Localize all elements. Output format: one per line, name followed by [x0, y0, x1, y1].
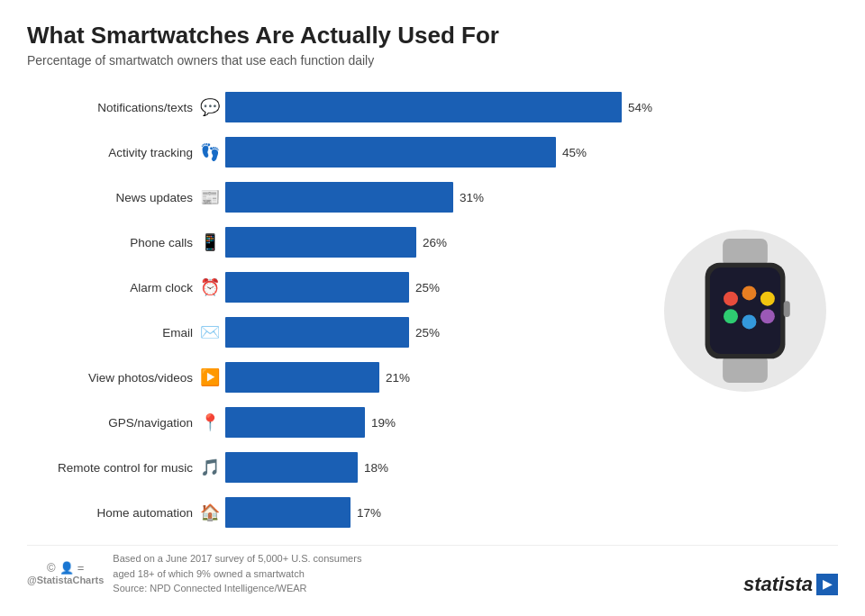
- bar-label: Notifications/texts: [97, 101, 193, 114]
- bar-row: Notifications/texts💬54%: [27, 86, 652, 129]
- bar-row: View photos/videos▶️21%: [27, 356, 652, 399]
- footer-note: Based on a June 2017 survey of 5,000+ U.…: [113, 551, 361, 596]
- bar-icon: 👣: [200, 142, 220, 162]
- bar-percentage: 17%: [357, 506, 381, 520]
- bar-label-area: View photos/videos▶️: [27, 367, 225, 387]
- bar-fill: [225, 362, 379, 393]
- chart-area: Notifications/texts💬54%Activity tracking…: [27, 86, 838, 536]
- svg-rect-1: [723, 355, 768, 383]
- bar-icon: 💬: [200, 97, 220, 117]
- bar-icon: 📰: [200, 187, 220, 207]
- bar-percentage: 19%: [371, 416, 396, 430]
- bar-label-area: Activity tracking👣: [27, 142, 225, 162]
- bar-icon: ✉️: [200, 322, 220, 342]
- bar-track: 17%: [225, 497, 652, 528]
- bar-fill: [225, 92, 622, 122]
- footer-note-line1: Based on a June 2017 survey of 5,000+ U.…: [113, 551, 361, 566]
- bar-icon: 📱: [200, 232, 220, 252]
- bar-row: Alarm clock⏰25%: [27, 266, 652, 309]
- bar-row: Home automation🏠17%: [27, 491, 652, 534]
- bar-track: 18%: [225, 452, 652, 483]
- bar-row: Remote control for music🎵18%: [27, 446, 652, 489]
- bar-track: 54%: [225, 92, 652, 122]
- watch-background: [664, 230, 826, 392]
- cc-icon: ©: [47, 561, 56, 575]
- bar-track: 19%: [225, 407, 652, 438]
- bar-percentage: 21%: [386, 371, 410, 385]
- footer-note-line3: Source: NPD Connected Intelligence/WEAR: [113, 581, 361, 596]
- statista-icon: ▶: [816, 574, 838, 595]
- bar-track: 26%: [225, 227, 652, 258]
- bar-label: Activity tracking: [108, 146, 193, 159]
- footer-note-line2: aged 18+ of which 9% owned a smartwatch: [113, 566, 361, 582]
- chart-subtitle: Percentage of smartwatch owners that use…: [27, 53, 838, 68]
- bar-fill: [225, 272, 409, 303]
- bar-label-area: Remote control for music🎵: [27, 457, 225, 477]
- bar-label-area: Notifications/texts💬: [27, 97, 225, 117]
- bar-label-area: GPS/navigation📍: [27, 412, 225, 432]
- svg-point-8: [742, 314, 756, 329]
- cc-label: @StatistaCharts: [27, 575, 104, 585]
- bar-label: News updates: [115, 191, 193, 204]
- bar-percentage: 18%: [364, 461, 388, 475]
- bar-label-area: News updates📰: [27, 187, 225, 207]
- bar-track: 31%: [225, 182, 652, 213]
- chart-container: What Smartwatches Are Actually Used For …: [0, 0, 865, 616]
- bar-percentage: 25%: [415, 281, 440, 294]
- bar-fill: [225, 317, 409, 348]
- svg-point-4: [724, 292, 738, 306]
- svg-point-6: [760, 292, 775, 306]
- bar-icon: 📍: [200, 412, 220, 432]
- bar-fill: [225, 227, 416, 258]
- bar-percentage: 54%: [628, 101, 652, 114]
- bar-label: Phone calls: [130, 236, 193, 249]
- statista-logo: statista ▶: [743, 573, 838, 596]
- svg-rect-0: [723, 239, 768, 267]
- bar-fill: [225, 497, 351, 528]
- bar-label: View photos/videos: [88, 371, 193, 385]
- bar-icon: ▶️: [200, 367, 220, 387]
- svg-rect-10: [784, 301, 790, 317]
- statista-text: statista: [743, 573, 813, 596]
- bar-label: Alarm clock: [130, 281, 193, 294]
- bar-percentage: 25%: [415, 326, 440, 340]
- bar-icon: 🎵: [200, 457, 220, 477]
- bar-fill: [225, 137, 556, 168]
- bar-fill: [225, 452, 358, 483]
- bar-fill: [225, 407, 365, 438]
- chart-title: What Smartwatches Are Actually Used For: [27, 22, 838, 50]
- cc-row: © 👤 =: [47, 561, 84, 575]
- bar-label-area: Home automation🏠: [27, 503, 225, 522]
- svg-point-9: [760, 309, 775, 323]
- bar-percentage: 26%: [423, 236, 447, 249]
- svg-point-7: [724, 309, 738, 323]
- bar-icon: ⏰: [200, 277, 220, 297]
- bars-section: Notifications/texts💬54%Activity tracking…: [27, 86, 652, 536]
- cc-icons: © 👤 = @StatistaCharts: [27, 561, 104, 585]
- footer-left: © 👤 = @StatistaCharts Based on a June 20…: [27, 551, 361, 596]
- bar-row: Phone calls📱26%: [27, 221, 652, 264]
- person-icon: 👤: [59, 561, 74, 575]
- bar-percentage: 45%: [562, 146, 587, 159]
- bar-label: Remote control for music: [58, 461, 193, 475]
- bar-track: 25%: [225, 317, 652, 348]
- bar-fill: [225, 182, 453, 213]
- bar-icon: 🏠: [200, 503, 220, 522]
- bar-percentage: 31%: [460, 191, 484, 204]
- bar-label-area: Phone calls📱: [27, 232, 225, 252]
- watch-section: [652, 86, 838, 536]
- footer: © 👤 = @StatistaCharts Based on a June 20…: [27, 545, 838, 596]
- equals-icon: =: [77, 561, 85, 575]
- bar-label-area: Email✉️: [27, 322, 225, 342]
- bar-row: News updates📰31%: [27, 176, 652, 219]
- bar-row: Activity tracking👣45%: [27, 131, 652, 174]
- bar-label: Email: [162, 326, 193, 340]
- svg-point-5: [742, 285, 756, 300]
- bar-label: Home automation: [96, 506, 193, 520]
- bar-track: 25%: [225, 272, 652, 303]
- bar-track: 45%: [225, 137, 652, 168]
- bar-row: Email✉️25%: [27, 311, 652, 354]
- bar-label-area: Alarm clock⏰: [27, 277, 225, 297]
- bar-label: GPS/navigation: [108, 416, 193, 430]
- bar-track: 21%: [225, 362, 652, 393]
